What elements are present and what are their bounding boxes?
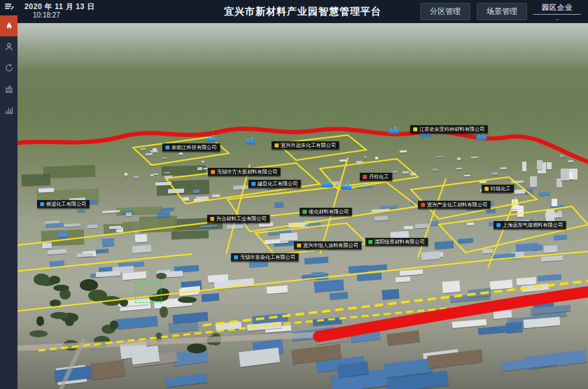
company-marker-icon: [211, 170, 216, 174]
page-title: 宜兴市新材料产业园智慧管理平台: [224, 6, 382, 18]
company-marker-icon: [274, 143, 279, 148]
company-marker-label: 上海远东气体燃料有限公司: [503, 222, 563, 227]
company-marker-icon: [484, 187, 489, 191]
header-actions: 分区管理 场景管理 园区企业 ⌄: [420, 3, 588, 21]
company-marker[interactable]: 无锡市方大新材料有限公司: [208, 168, 281, 176]
sidebar-item-circulation[interactable]: [0, 57, 18, 78]
dropdown-label: 园区企业: [533, 3, 581, 15]
company-marker[interactable]: 上海远东气体燃料有限公司: [493, 221, 566, 229]
company-marker-icon: [368, 240, 372, 244]
company-marker-label: 无锡市普染化工有限公司: [240, 255, 295, 260]
user-icon: [4, 42, 14, 52]
company-marker[interactable]: 宜兴市远东化工有限公司: [272, 141, 339, 150]
company-marker[interactable]: 宜兴产业化工材料有限公司: [418, 201, 491, 209]
company-marker-label: 无锡市方大新材料有限公司: [217, 169, 277, 174]
company-marker-icon: [298, 243, 302, 248]
datetime-block: 2020 年 11 月 13 日 10:18:27: [24, 2, 94, 20]
cycle-icon: [4, 63, 14, 73]
company-marker-label: 宜兴产业化工材料有限公司: [427, 202, 487, 207]
current-date: 2020 年 11 月 13 日: [24, 2, 94, 11]
map-3d-view[interactable]: 泰南江科技有限公司宜兴市远东化工有限公司无锡市方大新材料有限公司建臣化工有限公司…: [18, 23, 588, 389]
company-marker[interactable]: 宜兴市恒人涂料有限公司: [294, 241, 361, 250]
company-marker[interactable]: 建臣化工有限公司: [248, 180, 301, 188]
bar-chart-icon: [4, 105, 14, 115]
company-marker[interactable]: 催化材料有限公司: [300, 208, 352, 216]
map-roads-overlay: [18, 23, 588, 389]
company-marker-label: 溧阳恒基材料有限公司: [374, 239, 425, 244]
company-marker-label: 建臣化工有限公司: [258, 181, 298, 186]
scene-management-button[interactable]: 场景管理: [477, 3, 527, 20]
app-window: 2020 年 11 月 13 日 10:18:27 宜兴市新材料产业园智慧管理平…: [0, 0, 588, 389]
chevron-down-icon: ⌄: [533, 15, 581, 21]
red-highway-bottom: [318, 290, 588, 337]
company-marker-label: 兴合材料工业有限公司: [216, 216, 267, 221]
zone-management-button[interactable]: 分区管理: [420, 3, 470, 20]
factory-icon: [4, 84, 14, 94]
company-marker-icon: [421, 203, 425, 207]
company-marker-label: 泰南江科技有限公司: [172, 145, 217, 150]
company-marker[interactable]: 兴合材料工业有限公司: [207, 215, 270, 223]
company-marker[interactable]: 特线化工: [482, 185, 514, 193]
company-marker-label: 宜兴市远东化工有限公司: [281, 143, 336, 148]
sidebar-item-fire-monitor[interactable]: [0, 15, 18, 36]
left-sidebar: [0, 0, 18, 389]
company-marker[interactable]: 江苏金泉亚特种材料有限公司: [410, 125, 488, 134]
current-time: 10:18:27: [24, 11, 94, 20]
company-marker-label: 江苏金泉亚特种材料有限公司: [419, 127, 485, 132]
company-marker-icon: [302, 210, 307, 214]
flame-icon: [4, 21, 14, 31]
sidebar-item-statistics[interactable]: [0, 99, 18, 120]
sidebar-item-personnel[interactable]: [0, 36, 18, 57]
company-marker-icon: [413, 127, 417, 132]
company-marker-icon: [496, 223, 500, 227]
company-marker[interactable]: 横盛化工有限公司: [37, 200, 90, 208]
company-marker[interactable]: 无锡市普染化工有限公司: [231, 253, 298, 262]
company-marker-label: 催化材料有限公司: [309, 209, 349, 214]
company-marker-label: 特线化工: [491, 186, 511, 191]
sidebar-menu-toggle[interactable]: [0, 0, 18, 15]
sidebar-item-enterprises[interactable]: [0, 78, 18, 99]
company-marker-icon: [251, 182, 255, 186]
company-marker-label: 丹特化工: [369, 174, 389, 179]
company-marker-icon: [40, 202, 44, 206]
company-marker[interactable]: 丹特化工: [360, 173, 392, 181]
company-marker-icon: [363, 175, 367, 179]
menu-icon: [4, 1, 14, 14]
company-marker-icon: [211, 217, 215, 221]
park-enterprise-dropdown[interactable]: 园区企业 ⌄: [533, 3, 581, 21]
company-marker[interactable]: 溧阳恒基材料有限公司: [365, 238, 428, 246]
company-marker-icon: [234, 255, 238, 260]
company-marker[interactable]: 泰南江科技有限公司: [162, 143, 220, 152]
selection-box: [135, 282, 162, 303]
company-marker-icon: [165, 146, 169, 150]
company-marker-label: 宜兴市恒人涂料有限公司: [303, 243, 358, 248]
company-marker-label: 横盛化工有限公司: [46, 201, 87, 206]
top-bar: 2020 年 11 月 13 日 10:18:27 宜兴市新材料产业园智慧管理平…: [18, 0, 588, 23]
